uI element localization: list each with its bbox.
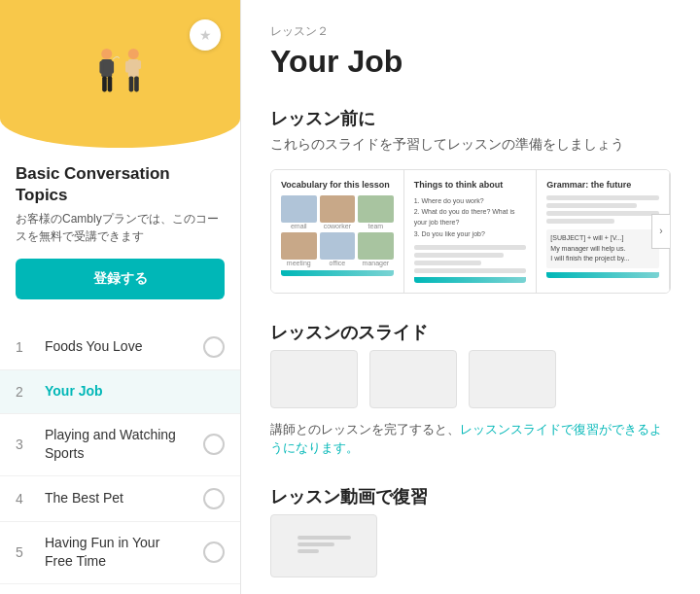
svg-rect-8: [125, 61, 129, 73]
main-content: レッスン２ Your Job レッスン前に これらのスライドを予習してレッスンの…: [241, 0, 700, 594]
lesson-item-2[interactable]: 2Your Job: [0, 370, 240, 414]
video-section-title: レッスン動画で復習: [270, 485, 671, 508]
video-lines: [298, 536, 351, 556]
lesson-name: Having Fun in Your Free Time: [45, 534, 190, 572]
slide-vocab-title: Vocabulary for this lesson: [281, 180, 394, 190]
slide-label-coworker: coworker: [320, 223, 356, 229]
img-placeholder: [358, 195, 394, 223]
v-line: [298, 536, 351, 540]
course-subtitle: お客様のCamblyプランでは、このコースを無料で受講できます: [16, 210, 225, 245]
slide-label-email: email: [281, 223, 317, 229]
teal-accent: [281, 270, 394, 276]
video-placeholder-row: [270, 514, 671, 577]
pre-lesson-subtitle: これらのスライドを予習してレッスンの準備をしましょう: [270, 136, 671, 154]
img-placeholder: [320, 195, 356, 223]
svg-point-0: [101, 49, 112, 59]
svg-rect-2: [99, 61, 103, 74]
text-line: [414, 261, 481, 265]
svg-rect-5: [108, 76, 113, 91]
grammar-example: [SUBJECT] + will + [V...] My manager wil…: [546, 229, 659, 268]
v-line: [298, 549, 319, 553]
lesson-status-circle: [203, 488, 225, 509]
lesson-list: 1Foods You Love2Your Job3Playing and Wat…: [0, 315, 240, 594]
lesson-number: 2: [16, 384, 31, 400]
slide-grammar-title: Grammar: the future: [546, 180, 659, 190]
sidebar-header: ★: [0, 0, 240, 148]
lesson-status-circle: [203, 542, 225, 563]
lesson-item-4[interactable]: 4The Best Pet: [0, 476, 240, 522]
slides-note-text-1: 講師とのレッスンを完了すると、: [270, 422, 460, 437]
slide-label-meeting: meeting: [281, 260, 317, 266]
sidebar-info: Basic Conversation Topics お客様のCamblyプランで…: [0, 148, 240, 315]
slide-placeholder-1: [270, 350, 358, 408]
question-2: 2. What do you do there? What is your jo…: [414, 206, 527, 227]
slide-card-grammar: Grammar: the future [SUBJECT] + will + […: [537, 170, 670, 293]
slide-placeholder-3: [469, 350, 556, 408]
lesson-name: Foods You Love: [45, 337, 190, 357]
slide-label-office: office: [320, 260, 356, 266]
text-line: [546, 219, 613, 224]
illustration: [93, 31, 147, 119]
v-line: [298, 542, 335, 546]
lesson-number: 4: [16, 491, 31, 507]
slide-placeholder-2: [369, 350, 457, 408]
slide-think-title: Things to think about: [414, 180, 527, 190]
teal-accent: [546, 272, 659, 278]
slide-label-manager: manager: [358, 260, 394, 266]
lesson-name: The Best Pet: [45, 489, 190, 508]
lesson-number: 1: [16, 339, 31, 355]
text-line: [414, 253, 505, 258]
pre-lesson-section: レッスン前に これらのスライドを予習してレッスンの準備をしましょう Vocabu…: [270, 107, 671, 294]
lesson-number: 5: [16, 544, 31, 560]
course-title: Basic Conversation Topics: [16, 163, 225, 206]
text-line: [414, 268, 527, 273]
slide-questions: 1. Where do you work? 2. What do you do …: [414, 195, 527, 239]
lesson-item-5[interactable]: 5Having Fun in Your Free Time: [0, 522, 240, 584]
slide-card-think: Things to think about 1. Where do you wo…: [404, 170, 538, 293]
grammar-content: [SUBJECT] + will + [V...] My manager wil…: [546, 195, 659, 268]
svg-rect-10: [129, 76, 134, 91]
img-placeholder: [281, 232, 317, 260]
svg-rect-7: [128, 59, 139, 77]
svg-rect-11: [134, 76, 139, 91]
slide-card-vocab: Vocabulary for this lesson email coworke…: [271, 170, 404, 293]
svg-rect-9: [138, 60, 141, 69]
img-placeholder: [320, 232, 356, 260]
svg-rect-4: [102, 76, 107, 91]
lesson-label: レッスン２: [270, 23, 671, 40]
text-line: [546, 195, 659, 200]
lesson-status-circle: [203, 336, 225, 358]
text-line: [414, 245, 527, 250]
lesson-main-title: Your Job: [270, 44, 671, 80]
video-placeholder[interactable]: [270, 514, 377, 577]
question-3: 3. Do you like your job?: [414, 228, 527, 239]
slide-images: email coworker team meeting: [281, 195, 394, 266]
teal-accent: [414, 277, 527, 283]
star-icon-wrapper[interactable]: ★: [190, 19, 221, 51]
svg-point-6: [128, 49, 139, 59]
pre-lesson-title: レッスン前に: [270, 107, 671, 130]
question-1: 1. Where do you work?: [414, 195, 527, 206]
lesson-status-circle: [203, 434, 225, 455]
slides-preview: Vocabulary for this lesson email coworke…: [270, 169, 671, 294]
lesson-number: 3: [16, 437, 31, 452]
lesson-item-3[interactable]: 3Playing and Watching Sports: [0, 414, 240, 476]
register-button[interactable]: 登録する: [16, 259, 225, 299]
video-section: レッスン動画で復習: [270, 485, 671, 577]
img-placeholder: [358, 232, 394, 260]
slides-placeholder-row: [270, 350, 671, 408]
slides-note: 講師とのレッスンを完了すると、レッスンスライドで復習ができるようになります。: [270, 420, 671, 458]
text-line: [546, 211, 659, 216]
lesson-slides-title: レッスンのスライド: [270, 321, 671, 344]
slide-label-team: team: [358, 223, 394, 229]
lesson-name: Playing and Watching Sports: [45, 426, 190, 464]
lesson-item-1[interactable]: 1Foods You Love: [0, 325, 240, 370]
lesson-slides-section: レッスンのスライド 講師とのレッスンを完了すると、レッスンスライドで復習ができる…: [270, 321, 671, 458]
lesson-name: Your Job: [45, 382, 225, 402]
text-line: [546, 203, 637, 208]
sidebar: ★ Basic Conversation Topics お客様のCamblyプラ…: [0, 0, 241, 594]
img-placeholder: [281, 195, 317, 223]
star-icon: ★: [199, 27, 212, 43]
svg-rect-3: [110, 61, 114, 74]
next-slide-arrow[interactable]: ›: [651, 214, 671, 249]
